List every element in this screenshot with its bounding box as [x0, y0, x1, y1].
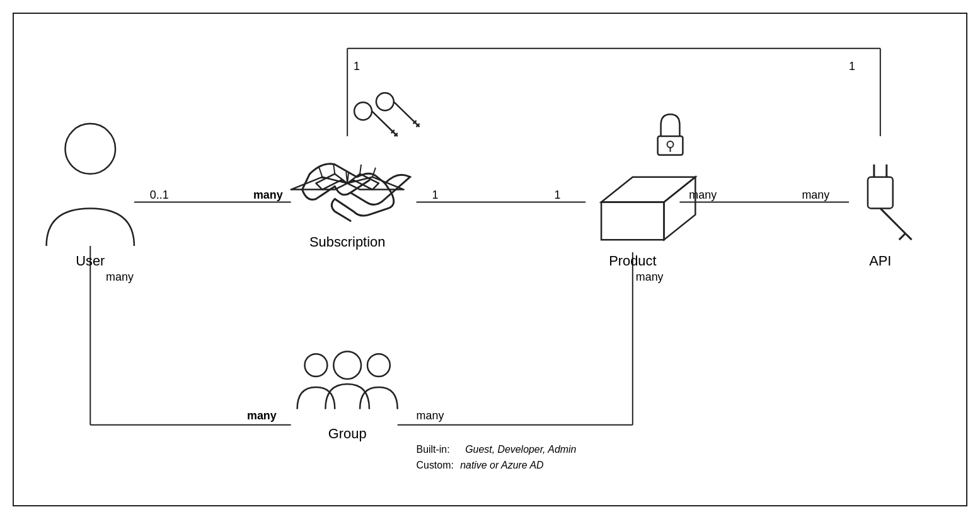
card-prod-api-right: many	[802, 189, 829, 201]
subscription-label: Subscription	[309, 234, 385, 250]
svg-point-23	[667, 141, 674, 148]
svg-point-33	[367, 354, 390, 376]
svg-line-29	[899, 233, 906, 240]
card-user-sub-right: many	[253, 189, 283, 201]
group-icon	[297, 351, 398, 409]
svg-marker-21	[664, 177, 696, 240]
svg-point-15	[376, 93, 394, 110]
product-icon	[601, 177, 695, 240]
card-sub-prod-left: 1	[432, 189, 438, 201]
svg-point-32	[305, 354, 328, 376]
svg-rect-25	[868, 177, 893, 209]
card-sub-prod-right: 1	[554, 189, 560, 201]
group-label: Group	[328, 426, 367, 441]
user-label: User	[76, 253, 105, 269]
card-user-sub-left: 0..1	[150, 189, 169, 201]
api-icon	[868, 165, 912, 240]
note-custom-values: native or Azure AD	[460, 460, 543, 470]
svg-point-11	[354, 102, 372, 120]
api-label: API	[869, 253, 891, 269]
svg-line-16	[394, 102, 420, 127]
svg-rect-22	[658, 136, 683, 155]
note-builtin-prefix: Built-in:	[417, 444, 450, 455]
svg-line-12	[372, 111, 398, 136]
diagram-container: 0..1 many 1 1 many many 1 1 many many ma…	[13, 13, 967, 506]
svg-point-31	[333, 351, 361, 379]
lock-icon	[658, 114, 683, 155]
note-builtin-values: Guest, Developer, Admin	[465, 444, 576, 455]
card-group-prod-right: many	[636, 271, 664, 283]
card-group-prod-left: many	[417, 409, 444, 422]
product-label: Product	[609, 253, 656, 269]
svg-line-28	[880, 208, 906, 233]
note-custom-prefix: Custom:	[417, 460, 454, 470]
card-user-group-bottom: many	[247, 409, 277, 422]
svg-marker-19	[601, 202, 664, 240]
card-prod-api-left: many	[689, 189, 717, 201]
card-arc-api: 1	[849, 60, 855, 73]
keys-icon	[354, 93, 419, 136]
svg-line-30	[906, 233, 912, 240]
card-user-group-top: many	[106, 271, 134, 283]
svg-point-10	[65, 124, 115, 174]
svg-marker-20	[601, 177, 695, 202]
card-arc-sub: 1	[354, 60, 360, 73]
